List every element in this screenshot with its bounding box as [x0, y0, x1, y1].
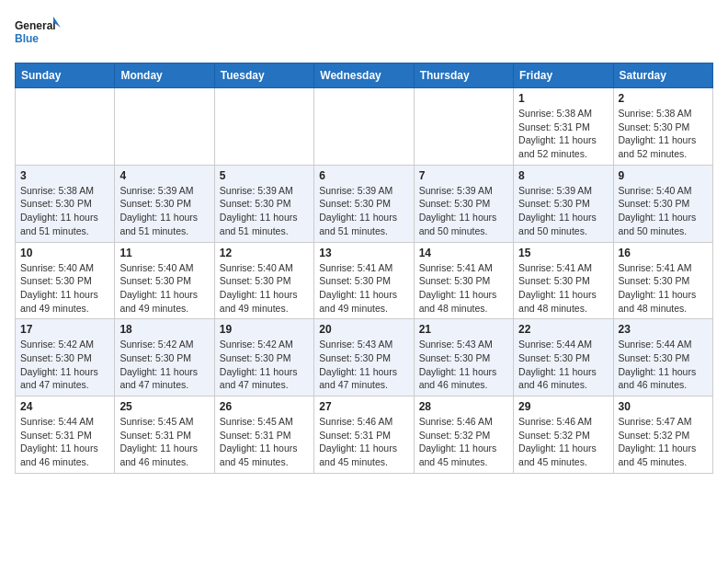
- day-number: 17: [20, 323, 109, 336]
- calendar-cell: 20Sunrise: 5:43 AM Sunset: 5:30 PM Dayli…: [314, 319, 414, 396]
- calendar-cell: [16, 88, 115, 166]
- day-info: Sunrise: 5:42 AM Sunset: 5:30 PM Dayligh…: [220, 338, 309, 392]
- calendar-cell: 1Sunrise: 5:38 AM Sunset: 5:31 PM Daylig…: [514, 88, 613, 166]
- calendar-cell: 2Sunrise: 5:38 AM Sunset: 5:30 PM Daylig…: [613, 88, 712, 166]
- calendar-cell: 26Sunrise: 5:45 AM Sunset: 5:31 PM Dayli…: [214, 396, 313, 474]
- svg-text:Blue: Blue: [15, 32, 39, 45]
- calendar-cell: 22Sunrise: 5:44 AM Sunset: 5:30 PM Dayli…: [514, 319, 613, 396]
- calendar-cell: 27Sunrise: 5:46 AM Sunset: 5:31 PM Dayli…: [314, 396, 414, 474]
- day-info: Sunrise: 5:42 AM Sunset: 5:30 PM Dayligh…: [20, 338, 109, 392]
- day-info: Sunrise: 5:47 AM Sunset: 5:32 PM Dayligh…: [619, 415, 708, 469]
- calendar-cell: 28Sunrise: 5:46 AM Sunset: 5:32 PM Dayli…: [414, 396, 513, 474]
- day-info: Sunrise: 5:45 AM Sunset: 5:31 PM Dayligh…: [119, 415, 209, 469]
- day-number: 24: [20, 400, 109, 413]
- calendar-cell: 5Sunrise: 5:39 AM Sunset: 5:30 PM Daylig…: [214, 165, 313, 242]
- calendar-col-monday: Monday: [115, 63, 214, 88]
- day-number: 15: [518, 247, 608, 259]
- day-info: Sunrise: 5:39 AM Sunset: 5:30 PM Dayligh…: [119, 184, 209, 238]
- calendar-col-tuesday: Tuesday: [214, 63, 313, 88]
- calendar-cell: 13Sunrise: 5:41 AM Sunset: 5:30 PM Dayli…: [314, 242, 414, 319]
- day-info: Sunrise: 5:46 AM Sunset: 5:31 PM Dayligh…: [319, 415, 408, 469]
- calendar-cell: 4Sunrise: 5:39 AM Sunset: 5:30 PM Daylig…: [115, 165, 214, 242]
- calendar-cell: 10Sunrise: 5:40 AM Sunset: 5:30 PM Dayli…: [16, 242, 115, 319]
- day-info: Sunrise: 5:39 AM Sunset: 5:30 PM Dayligh…: [419, 184, 508, 238]
- calendar-col-friday: Friday: [514, 63, 613, 88]
- day-number: 19: [220, 323, 309, 336]
- calendar-col-wednesday: Wednesday: [314, 63, 414, 88]
- calendar-cell: 14Sunrise: 5:41 AM Sunset: 5:30 PM Dayli…: [414, 242, 513, 319]
- day-number: 27: [319, 400, 408, 413]
- day-number: 5: [220, 169, 309, 182]
- calendar-cell: 9Sunrise: 5:40 AM Sunset: 5:30 PM Daylig…: [613, 165, 712, 242]
- day-number: 3: [20, 169, 109, 182]
- calendar-cell: 17Sunrise: 5:42 AM Sunset: 5:30 PM Dayli…: [16, 319, 115, 396]
- svg-text:General: General: [15, 19, 56, 32]
- day-number: 12: [220, 247, 309, 259]
- calendar-header-row: SundayMondayTuesdayWednesdayThursdayFrid…: [16, 63, 713, 88]
- day-number: 20: [319, 323, 408, 336]
- calendar-cell: 11Sunrise: 5:40 AM Sunset: 5:30 PM Dayli…: [115, 242, 214, 319]
- day-info: Sunrise: 5:44 AM Sunset: 5:30 PM Dayligh…: [619, 338, 708, 392]
- day-number: 7: [419, 169, 508, 182]
- day-number: 11: [119, 247, 209, 259]
- day-info: Sunrise: 5:43 AM Sunset: 5:30 PM Dayligh…: [319, 338, 408, 392]
- day-info: Sunrise: 5:41 AM Sunset: 5:30 PM Dayligh…: [619, 261, 708, 316]
- logo: General Blue: [15, 15, 61, 55]
- day-number: 30: [619, 400, 708, 413]
- calendar-col-saturday: Saturday: [613, 63, 712, 88]
- day-info: Sunrise: 5:39 AM Sunset: 5:30 PM Dayligh…: [518, 184, 608, 238]
- day-info: Sunrise: 5:44 AM Sunset: 5:31 PM Dayligh…: [20, 415, 109, 469]
- calendar-cell: 15Sunrise: 5:41 AM Sunset: 5:30 PM Dayli…: [514, 242, 613, 319]
- day-info: Sunrise: 5:40 AM Sunset: 5:30 PM Dayligh…: [619, 184, 708, 238]
- calendar-week-row: 10Sunrise: 5:40 AM Sunset: 5:30 PM Dayli…: [16, 242, 713, 319]
- day-number: 13: [319, 247, 408, 259]
- day-number: 23: [619, 323, 708, 336]
- day-info: Sunrise: 5:46 AM Sunset: 5:32 PM Dayligh…: [419, 415, 508, 469]
- day-number: 10: [20, 247, 109, 259]
- day-info: Sunrise: 5:38 AM Sunset: 5:30 PM Dayligh…: [619, 107, 708, 161]
- day-number: 2: [619, 92, 708, 105]
- day-info: Sunrise: 5:46 AM Sunset: 5:32 PM Dayligh…: [518, 415, 608, 469]
- calendar-cell: 18Sunrise: 5:42 AM Sunset: 5:30 PM Dayli…: [115, 319, 214, 396]
- day-number: 8: [518, 169, 608, 182]
- calendar-cell: 21Sunrise: 5:43 AM Sunset: 5:30 PM Dayli…: [414, 319, 513, 396]
- day-number: 9: [619, 169, 708, 182]
- calendar-cell: [414, 88, 513, 166]
- calendar-cell: [214, 88, 313, 166]
- day-info: Sunrise: 5:38 AM Sunset: 5:30 PM Dayligh…: [20, 184, 109, 238]
- day-info: Sunrise: 5:42 AM Sunset: 5:30 PM Dayligh…: [119, 338, 209, 392]
- calendar-cell: 23Sunrise: 5:44 AM Sunset: 5:30 PM Dayli…: [613, 319, 712, 396]
- calendar-cell: 25Sunrise: 5:45 AM Sunset: 5:31 PM Dayli…: [115, 396, 214, 474]
- calendar-cell: 30Sunrise: 5:47 AM Sunset: 5:32 PM Dayli…: [613, 396, 712, 474]
- calendar-cell: 8Sunrise: 5:39 AM Sunset: 5:30 PM Daylig…: [514, 165, 613, 242]
- day-info: Sunrise: 5:44 AM Sunset: 5:30 PM Dayligh…: [518, 338, 608, 392]
- day-number: 21: [419, 323, 508, 336]
- day-number: 18: [119, 323, 209, 336]
- day-info: Sunrise: 5:43 AM Sunset: 5:30 PM Dayligh…: [419, 338, 508, 392]
- day-info: Sunrise: 5:41 AM Sunset: 5:30 PM Dayligh…: [518, 261, 608, 316]
- day-info: Sunrise: 5:45 AM Sunset: 5:31 PM Dayligh…: [220, 415, 309, 469]
- calendar-cell: 3Sunrise: 5:38 AM Sunset: 5:30 PM Daylig…: [16, 165, 115, 242]
- day-number: 1: [518, 92, 608, 105]
- day-number: 4: [119, 169, 209, 182]
- page-header: General Blue: [15, 15, 713, 55]
- day-number: 29: [518, 400, 608, 413]
- calendar-cell: 12Sunrise: 5:40 AM Sunset: 5:30 PM Dayli…: [214, 242, 313, 319]
- calendar-cell: 16Sunrise: 5:41 AM Sunset: 5:30 PM Dayli…: [613, 242, 712, 319]
- day-info: Sunrise: 5:40 AM Sunset: 5:30 PM Dayligh…: [20, 261, 109, 316]
- day-number: 25: [119, 400, 209, 413]
- calendar-col-sunday: Sunday: [16, 63, 115, 88]
- calendar-week-row: 3Sunrise: 5:38 AM Sunset: 5:30 PM Daylig…: [16, 165, 713, 242]
- calendar-week-row: 24Sunrise: 5:44 AM Sunset: 5:31 PM Dayli…: [16, 396, 713, 474]
- day-number: 26: [220, 400, 309, 413]
- day-number: 14: [419, 247, 508, 259]
- day-info: Sunrise: 5:39 AM Sunset: 5:30 PM Dayligh…: [319, 184, 408, 238]
- day-number: 6: [319, 169, 408, 182]
- calendar-cell: [115, 88, 214, 166]
- calendar-cell: 29Sunrise: 5:46 AM Sunset: 5:32 PM Dayli…: [514, 396, 613, 474]
- calendar-table: SundayMondayTuesdayWednesdayThursdayFrid…: [15, 63, 713, 474]
- day-info: Sunrise: 5:38 AM Sunset: 5:31 PM Dayligh…: [518, 107, 608, 161]
- day-info: Sunrise: 5:41 AM Sunset: 5:30 PM Dayligh…: [319, 261, 408, 316]
- day-info: Sunrise: 5:40 AM Sunset: 5:30 PM Dayligh…: [220, 261, 309, 316]
- day-number: 22: [518, 323, 608, 336]
